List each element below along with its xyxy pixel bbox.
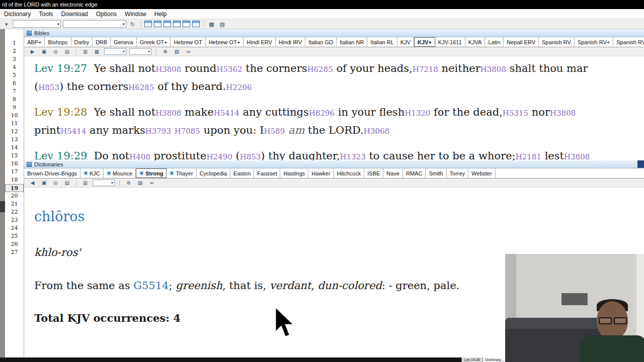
verse-number[interactable]: 4 bbox=[5, 63, 24, 71]
link-panes-icon[interactable]: ∞ bbox=[147, 179, 156, 187]
verse-number[interactable]: 2 bbox=[5, 47, 24, 55]
verse-number[interactable]: 22 bbox=[5, 208, 24, 216]
dict-tab-fausset[interactable]: Fausset bbox=[254, 168, 280, 178]
dict-tab-torrey[interactable]: Torrey bbox=[447, 168, 469, 178]
dict-tab-thayer[interactable]: Thayer bbox=[167, 168, 196, 178]
verse-number[interactable]: 11 bbox=[5, 120, 24, 128]
layout-bibles-icon[interactable] bbox=[144, 21, 152, 27]
verse-reference[interactable]: Lev 19:28 bbox=[34, 106, 87, 118]
verse-options-dropdown[interactable]: ▾ bbox=[129, 48, 151, 55]
strongs-number-link[interactable]: H589 bbox=[264, 127, 285, 136]
study-notes-icon[interactable]: ▤ bbox=[63, 48, 71, 55]
bible-tab-hindi-irv[interactable]: Hindi IRV bbox=[276, 37, 305, 47]
search-icon[interactable]: ◎ bbox=[51, 179, 60, 187]
dict-tab-kjc[interactable]: KJC bbox=[80, 168, 104, 178]
bible-tab-geneva[interactable]: Geneva bbox=[111, 37, 137, 47]
dict-tab-cyclopedia[interactable]: Cyclopedia bbox=[197, 168, 230, 178]
strongs-number-link[interactable]: H2181 bbox=[516, 152, 541, 160]
dict-tab-strong[interactable]: Strong bbox=[136, 168, 167, 178]
verse-number[interactable]: 12 bbox=[5, 128, 24, 136]
bible-tab-latin[interactable]: Latin bbox=[485, 37, 504, 47]
dict-tab-hawker[interactable]: Hawker bbox=[308, 168, 334, 178]
strongs-number-link[interactable]: H6285 bbox=[128, 83, 154, 92]
strongs-number-link[interactable]: H408 bbox=[129, 152, 150, 160]
strongs-number-link[interactable]: H1323 bbox=[340, 152, 365, 160]
reading-view-icon[interactable]: ▨ bbox=[218, 20, 226, 28]
layout-parallel-icon[interactable] bbox=[173, 21, 181, 27]
verse-number[interactable]: 5 bbox=[5, 71, 24, 79]
book-chapter-combo[interactable]: ▾ bbox=[13, 20, 61, 28]
verse-number[interactable]: 17 bbox=[5, 168, 24, 176]
verse-number[interactable]: 10 bbox=[5, 112, 24, 120]
strongs-number-link[interactable]: H3808 bbox=[564, 152, 590, 160]
layout-editor-icon[interactable] bbox=[183, 21, 190, 27]
verse-number[interactable]: 21 bbox=[5, 200, 24, 208]
menu-item-options[interactable]: Options bbox=[92, 9, 121, 19]
menu-item-window[interactable]: Window bbox=[121, 9, 150, 19]
strongs-number-link[interactable]: H853 bbox=[38, 83, 59, 92]
strongs-number-link[interactable]: H3808 bbox=[155, 65, 181, 74]
clipboard-icon[interactable]: ▥ bbox=[81, 48, 90, 55]
dict-tab-brown-driver-briggs[interactable]: Brown-Driver-Briggs bbox=[24, 168, 80, 178]
copy-image-icon[interactable]: ▨ bbox=[136, 179, 144, 187]
strongs-number-link[interactable]: H1320 bbox=[405, 109, 430, 118]
menu-item-download[interactable]: Download bbox=[57, 9, 92, 19]
chevron-down-icon[interactable]: ▾ bbox=[57, 22, 59, 27]
dict-tab-isbe[interactable]: ISBE bbox=[364, 168, 383, 178]
window-tab-dictionary[interactable]: Dictionary... bbox=[482, 357, 506, 362]
history-dropdown-icon[interactable]: ▾ bbox=[2, 20, 11, 28]
strongs-number-link[interactable]: H6285 bbox=[307, 65, 333, 74]
verse-number[interactable]: 25 bbox=[5, 232, 24, 240]
clipboard-icon[interactable]: ▥ bbox=[81, 179, 90, 187]
bible-tab-drb[interactable]: DRB bbox=[93, 37, 111, 47]
dict-tab-hitchcock[interactable]: Hitchcock bbox=[334, 168, 365, 178]
zoom-icon[interactable]: ⊕ bbox=[161, 48, 170, 55]
chevron-down-icon[interactable]: ▾ bbox=[122, 22, 125, 27]
bible-tab-kjv-1611[interactable]: KJV-1611 bbox=[435, 37, 465, 47]
dictionary-back-icon[interactable]: ◀ bbox=[28, 179, 37, 187]
bible-tab-hindi-erv[interactable]: Hindi ERV bbox=[244, 37, 276, 47]
strongs-number-link[interactable]: H3808 bbox=[155, 109, 181, 118]
graphics-viewer-icon[interactable]: ▩ bbox=[207, 20, 216, 28]
bible-tab-italian-nr[interactable]: Italian NR bbox=[337, 37, 367, 47]
layout-commentaries-icon[interactable] bbox=[154, 21, 162, 27]
verse-number[interactable]: 20 bbox=[5, 192, 24, 200]
verse-reference[interactable]: Lev 19:27 bbox=[34, 62, 87, 74]
font-size-dropdown[interactable]: ▾ bbox=[93, 179, 115, 186]
verse-number[interactable]: 3 bbox=[5, 55, 24, 63]
copy-icon[interactable]: ▣ bbox=[40, 48, 48, 55]
verse-number[interactable]: 27 bbox=[5, 248, 24, 256]
bible-tab-kjv[interactable]: KJV+ bbox=[414, 37, 435, 47]
scripture-forward-icon[interactable]: ▶ bbox=[28, 48, 37, 55]
splitter-handle[interactable] bbox=[0, 201, 5, 212]
verse-reference[interactable]: Lev 19:29 bbox=[34, 150, 87, 160]
link-panes-icon[interactable]: ∞ bbox=[184, 48, 193, 55]
verse-number[interactable]: 6 bbox=[5, 79, 24, 87]
strongs-number-link[interactable]: H5315 bbox=[503, 109, 528, 118]
bible-tab-italian-rl[interactable]: Italian RL bbox=[367, 37, 397, 47]
search-icon[interactable]: ◎ bbox=[51, 48, 60, 55]
verse-number[interactable]: 8 bbox=[5, 96, 24, 104]
copy-icon[interactable]: ▣ bbox=[40, 179, 48, 187]
strongs-number-link[interactable]: H5362 bbox=[216, 65, 242, 74]
window-tab-lev-19-28[interactable]: Lev 19:28 bbox=[461, 357, 482, 362]
dict-tab-rmac[interactable]: RMAC bbox=[403, 168, 426, 178]
dict-tab-mounce[interactable]: Mounce bbox=[104, 168, 136, 178]
strongs-number-link[interactable]: H853 bbox=[240, 152, 261, 160]
strongs-number-link[interactable]: H3808 bbox=[480, 65, 506, 74]
verse-number[interactable]: 26 bbox=[5, 240, 24, 248]
compare-icon[interactable]: ▧ bbox=[173, 48, 181, 55]
verse-number[interactable]: 13 bbox=[5, 136, 24, 144]
strongs-number-link[interactable]: G5514 bbox=[133, 280, 169, 292]
dict-tab-hastings[interactable]: Hastings bbox=[280, 168, 308, 178]
bible-tab-bishops[interactable]: Bishops bbox=[45, 37, 71, 47]
strongs-number-link[interactable]: H7085 bbox=[175, 127, 200, 136]
dict-tab-easton[interactable]: Easton bbox=[230, 168, 254, 178]
strongs-number-link[interactable]: H3793 bbox=[145, 127, 171, 136]
bible-tab-hebrew-ot[interactable]: Hebrew OT bbox=[171, 37, 205, 47]
collapsed-panel-strip[interactable] bbox=[0, 29, 5, 357]
verse-number[interactable]: 14 bbox=[5, 144, 24, 152]
font-size-dropdown[interactable]: ▾ bbox=[104, 48, 126, 55]
bible-tab-greek-ot[interactable]: Greek OT+ bbox=[137, 37, 171, 47]
bible-tab-italian-gd[interactable]: Italian GD bbox=[305, 37, 337, 47]
